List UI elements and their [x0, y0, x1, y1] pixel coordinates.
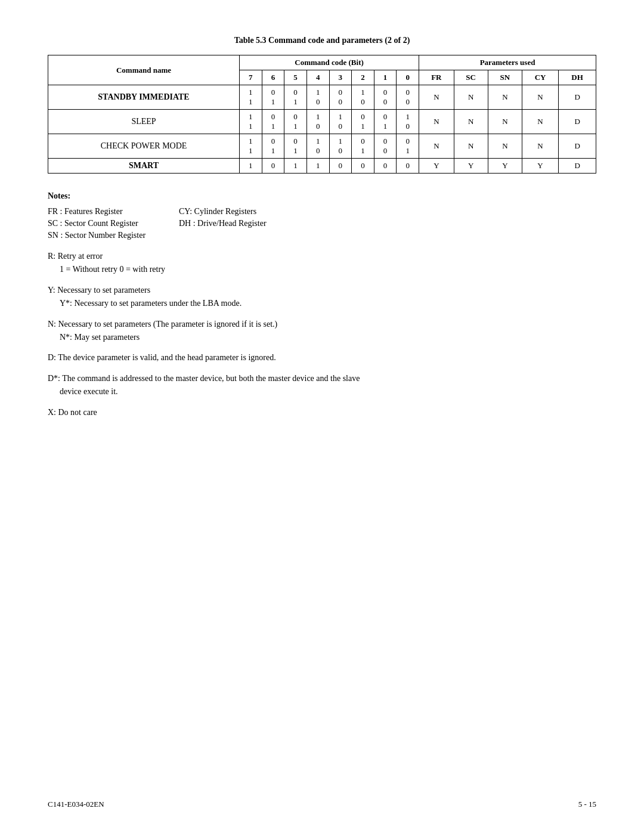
bit-cell: 0 1 [284, 85, 307, 110]
table-row: STANDBY IMMEDIATE1 10 10 11 00 01 00 00 … [48, 85, 596, 110]
bit-cell: 0 1 [284, 134, 307, 159]
param-cell: D [559, 159, 596, 174]
bit-cell: 1 1 [240, 110, 262, 134]
bit-cell: 0 1 [397, 134, 419, 159]
table-row: CHECK POWER MODE1 10 10 11 01 00 10 00 1… [48, 134, 596, 159]
param-cell: N [454, 134, 488, 159]
param-cell: N [488, 134, 522, 159]
notes-paragraphs: R: Retry at error1 = Without retry 0 = w… [48, 250, 596, 419]
bit-cell: 0 1 [262, 85, 284, 110]
param-cell: N [488, 85, 522, 110]
bit-cell: 0 [262, 159, 284, 174]
bit-cell: 0 [397, 159, 419, 174]
bit-col-5: 5 [284, 70, 307, 85]
legend-right-item: DH : Drive/Head Register [179, 219, 596, 228]
bit-cell: 1 0 [397, 110, 419, 134]
note-main-line: D: The device parameter is valid, and th… [48, 351, 596, 364]
param-cell: N [522, 110, 558, 134]
param-col-sc: SC [454, 70, 488, 85]
footer-right: 5 - 15 [578, 800, 596, 809]
bit-cell: 0 1 [352, 110, 374, 134]
param-cell: D [559, 85, 596, 110]
note-paragraph: X: Do not care [48, 406, 596, 419]
note-paragraph: D: The device parameter is valid, and th… [48, 351, 596, 364]
footer-left: C141-E034-02EN [48, 800, 104, 809]
bit-cell: 0 1 [284, 110, 307, 134]
param-cell: N [488, 110, 522, 134]
param-cell: Y [419, 159, 454, 174]
bit-col-4: 4 [306, 70, 329, 85]
param-cell: Y [488, 159, 522, 174]
bit-cell: 1 [284, 159, 307, 174]
note-sub-line: Y*: Necessary to set parameters under th… [60, 297, 596, 310]
bit-col-0: 0 [397, 70, 419, 85]
bit-cell: 1 [240, 159, 262, 174]
note-sub-line: 1 = Without retry 0 = with retry [60, 263, 596, 276]
bit-cell: 0 1 [374, 110, 397, 134]
table-title: Table 5.3 Command code and parameters (2… [48, 36, 596, 45]
command-name-cell: SLEEP [48, 110, 240, 134]
note-paragraph: D*: The command is addressed to the mast… [48, 372, 596, 399]
bit-cell: 1 0 [306, 85, 329, 110]
bit-cell: 1 0 [352, 85, 374, 110]
note-paragraph: N: Necessary to set parameters (The para… [48, 318, 596, 345]
bit-cell: 0 0 [374, 134, 397, 159]
legend-left-item: SN : Sector Number Register [48, 231, 179, 240]
note-sub-line: N*: May set parameters [60, 331, 596, 344]
param-cell: N [419, 134, 454, 159]
legend-right-item [179, 231, 596, 240]
param-col-cy: CY [522, 70, 558, 85]
note-sub-line: device execute it. [60, 385, 596, 398]
table-row: SMART10110000YYYYD [48, 159, 596, 174]
legend-left-item: FR : Features Register [48, 207, 179, 216]
note-main-line: R: Retry at error [48, 250, 596, 263]
param-col-sn: SN [488, 70, 522, 85]
command-name-cell: CHECK POWER MODE [48, 134, 240, 159]
command-code-header: Command code (Bit) [240, 55, 419, 70]
bit-cell: 1 0 [329, 110, 352, 134]
bit-cell: 1 1 [240, 85, 262, 110]
note-main-line: X: Do not care [48, 406, 596, 419]
bit-col-3: 3 [329, 70, 352, 85]
bit-cell: 0 [352, 159, 374, 174]
page-content: Table 5.3 Command code and parameters (2… [48, 36, 596, 419]
notes-legend: FR : Features RegisterCY: Cylinder Regis… [48, 207, 596, 241]
bit-cell: 0 [374, 159, 397, 174]
bit-cell: 1 0 [306, 110, 329, 134]
legend-right-item: CY: Cylinder Registers [179, 207, 596, 216]
bit-cell: 0 1 [262, 110, 284, 134]
parameters-header: Parameters used [419, 55, 596, 70]
legend-left-item: SC : Sector Count Register [48, 219, 179, 228]
command-name-cell: STANDBY IMMEDIATE [48, 85, 240, 110]
param-cell: N [522, 85, 558, 110]
param-cell: N [454, 85, 488, 110]
bit-col-7: 7 [240, 70, 262, 85]
bit-col-1: 1 [374, 70, 397, 85]
note-main-line: Y: Necessary to set parameters [48, 284, 596, 297]
bit-cell: 0 1 [352, 134, 374, 159]
notes-section: Notes: FR : Features RegisterCY: Cylinde… [48, 191, 596, 419]
param-cell: D [559, 134, 596, 159]
param-cell: N [454, 110, 488, 134]
bit-cell: 0 1 [262, 134, 284, 159]
param-col-dh: DH [559, 70, 596, 85]
note-paragraph: R: Retry at error1 = Without retry 0 = w… [48, 250, 596, 277]
command-name-cell: SMART [48, 159, 240, 174]
bit-cell: 0 0 [329, 85, 352, 110]
param-cell: Y [522, 159, 558, 174]
param-cell: N [522, 134, 558, 159]
param-cell: D [559, 110, 596, 134]
note-paragraph: Y: Necessary to set parametersY*: Necess… [48, 284, 596, 311]
bit-cell: 0 0 [397, 85, 419, 110]
bit-cell: 1 0 [306, 134, 329, 159]
note-main-line: N: Necessary to set parameters (The para… [48, 318, 596, 331]
bit-cell: 1 1 [240, 134, 262, 159]
notes-title: Notes: [48, 191, 596, 201]
bit-cell: 1 0 [329, 134, 352, 159]
bit-cell: 0 0 [374, 85, 397, 110]
footer: C141-E034-02EN 5 - 15 [48, 800, 596, 809]
param-cell: N [419, 85, 454, 110]
bit-cell: 1 [306, 159, 329, 174]
param-cell: N [419, 110, 454, 134]
param-cell: Y [454, 159, 488, 174]
